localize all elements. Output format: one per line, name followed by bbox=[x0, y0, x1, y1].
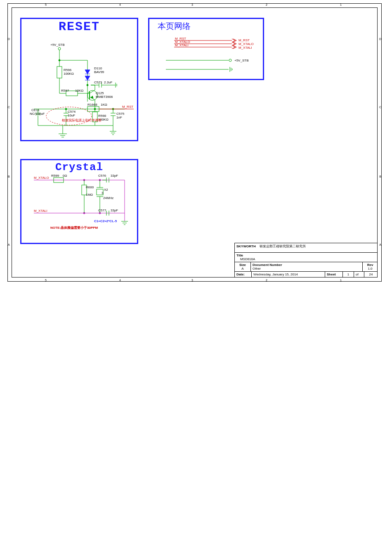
col-1-bot: 1 bbox=[340, 279, 342, 282]
net-block: 本页网络 M_RST M_XTALO M_XTALI M_RST M_XTALO… bbox=[148, 18, 264, 80]
xtalo-label: M_XTALO bbox=[34, 176, 49, 180]
crystal-eq: C1=C2=2*CL-5 bbox=[94, 219, 117, 223]
r598-ref: R598 bbox=[98, 114, 106, 118]
reset-note: 根据实际电源上电时序调整 bbox=[62, 119, 102, 122]
page: 5 4 3 2 1 5 4 3 2 1 D C B A D C B A RESE… bbox=[0, 0, 392, 555]
net-l2: M_XTALI bbox=[175, 43, 189, 47]
tb-company2: 研发总部工程研究院第二研究所 bbox=[260, 244, 306, 248]
svg-point-0 bbox=[58, 47, 61, 50]
row-c-l: C bbox=[8, 106, 10, 109]
svg-point-57 bbox=[87, 84, 88, 86]
tb-sheet: 1 bbox=[347, 273, 349, 276]
xtali-label: M_XTALI bbox=[34, 209, 47, 213]
tb-docnum: Other bbox=[253, 267, 261, 270]
svg-point-59 bbox=[94, 108, 96, 110]
tb-size: A bbox=[241, 267, 243, 270]
c577-val: 33pF bbox=[111, 209, 118, 212]
r596-val: 100KΩ bbox=[64, 72, 74, 76]
tb-company: SKYWORTH bbox=[236, 244, 256, 248]
svg-point-67 bbox=[229, 59, 231, 62]
net-r0: M_RST bbox=[239, 38, 250, 42]
c577-ref: C577 bbox=[98, 209, 106, 212]
col-4-top: 4 bbox=[119, 3, 121, 6]
row-a-r: A bbox=[379, 243, 381, 246]
ce11-val: NC/100uF bbox=[30, 112, 45, 116]
r597-ref: R597 bbox=[61, 89, 69, 92]
svg-point-56 bbox=[59, 59, 60, 61]
row-d-l: D bbox=[8, 38, 10, 40]
tb-date-lab: Date: bbox=[236, 273, 245, 276]
tb-date: Wednesday, January 15, 2014 bbox=[253, 273, 298, 276]
c576-val: 33pF bbox=[111, 174, 118, 178]
c575-ref: C575 bbox=[116, 112, 125, 116]
net-schematic: M_RST M_XTALO M_XTALI M_RST M_XTALO M_XT… bbox=[149, 19, 263, 79]
col-2-bot: 2 bbox=[266, 279, 267, 282]
reset-power: +5V_STB bbox=[50, 43, 64, 47]
svg-marker-7 bbox=[85, 70, 90, 74]
col-2-top: 2 bbox=[266, 3, 267, 6]
col-4-bot: 4 bbox=[119, 279, 121, 282]
crystal-schematic: M_XTALO M_XTALI R599 0Ω R600 1MΩ X2 3 24… bbox=[21, 160, 137, 243]
reset-schematic: +5V_STB R596 100KΩ D110 BAV99 C573 2.2uF… bbox=[21, 19, 137, 140]
row-c-r: C bbox=[379, 106, 381, 109]
tb-rev: 1.0 bbox=[368, 267, 372, 270]
row-b-r: B bbox=[379, 175, 381, 178]
q125-ref: Q125 bbox=[96, 91, 104, 95]
tb-total: 24 bbox=[369, 273, 373, 276]
x2-pin: 3 bbox=[102, 191, 104, 195]
net-r2: M_XTALI bbox=[239, 46, 252, 50]
crystal-note: NOTE:晶体频偏需要小于30PPM bbox=[50, 226, 98, 230]
tb-size-lab: Size bbox=[239, 263, 246, 267]
d110-ref: D110 bbox=[94, 66, 102, 70]
c574-ref: C574 bbox=[68, 110, 76, 114]
col-5-bot: 5 bbox=[45, 279, 47, 282]
net-pwr: +5V_STB bbox=[234, 59, 248, 62]
col-1-top: 1 bbox=[340, 3, 342, 6]
q125-val: MMBT3906 bbox=[96, 95, 113, 99]
tb-of-lab: of bbox=[356, 273, 359, 276]
r1668-val: 1KΩ bbox=[101, 103, 107, 107]
svg-point-58 bbox=[65, 108, 67, 110]
r596-ref: R596 bbox=[64, 68, 72, 72]
c575-val: 1nF bbox=[116, 116, 122, 119]
tb-sheet-lab: Sheet bbox=[327, 273, 336, 276]
col-3-bot: 3 bbox=[191, 279, 193, 282]
svg-rect-4 bbox=[57, 66, 62, 78]
tb-title: MSD818A bbox=[240, 257, 255, 261]
tb-rev-lab: Rev bbox=[367, 263, 373, 267]
reset-block: RESET bbox=[20, 18, 138, 141]
net-r1: M_XTALO bbox=[239, 42, 254, 46]
c576-ref: C576 bbox=[98, 174, 106, 178]
c574-val: 10uF bbox=[68, 114, 75, 117]
crystal-block: Crystal M_XTALO M_XTALI R599 bbox=[20, 159, 138, 244]
r1668-ref: R1668 bbox=[87, 103, 97, 107]
svg-marker-9 bbox=[85, 76, 90, 80]
x2-val: 24MHz bbox=[103, 196, 113, 200]
row-a-l: A bbox=[8, 243, 10, 246]
svg-marker-27 bbox=[91, 96, 93, 98]
c573-ref: C573 bbox=[94, 81, 102, 84]
x2-ref: X2 bbox=[104, 188, 108, 192]
row-b-l: B bbox=[8, 175, 10, 178]
tb-docnum-lab: Document Number bbox=[253, 263, 282, 267]
tb-title-lab: Title bbox=[236, 254, 243, 257]
r600-ref: R600 bbox=[86, 185, 94, 189]
col-3-top: 3 bbox=[191, 3, 193, 6]
title-block: SKYWORTH 研发总部工程研究院第二研究所 Title MSD818A Si… bbox=[234, 243, 378, 278]
row-d-r: D bbox=[379, 38, 381, 40]
r599-val: 0Ω bbox=[63, 174, 67, 178]
d110-val: BAV99 bbox=[94, 70, 104, 74]
reset-net: M_RST bbox=[122, 105, 133, 109]
sheet-frame: 5 4 3 2 1 5 4 3 2 1 D C B A D C B A RESE… bbox=[7, 3, 382, 282]
c573-val: 2.2uF bbox=[104, 81, 113, 84]
ce11-ref: CE11 bbox=[31, 108, 40, 112]
r599-ref: R599 bbox=[51, 174, 59, 178]
r597-val: 10KΩ bbox=[75, 89, 83, 92]
col-5-top: 5 bbox=[45, 3, 47, 6]
r600-val: 1MΩ bbox=[86, 193, 93, 197]
